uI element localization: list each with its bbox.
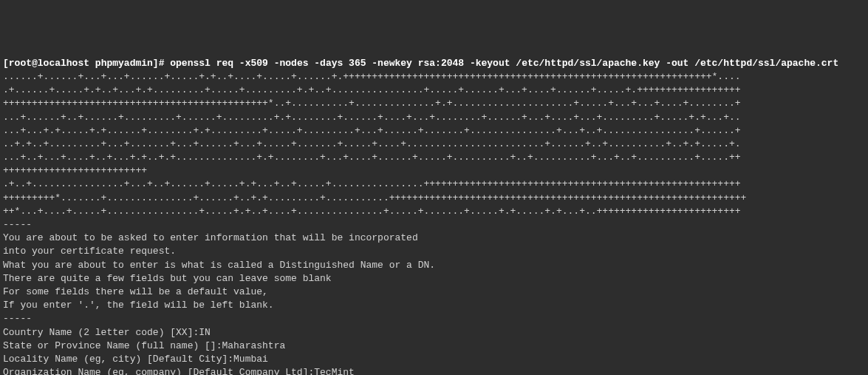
command-line-1: [root@localhost phpmyadmin]# openssl req… <box>3 57 865 70</box>
locality-field[interactable]: Locality Name (eg, city) [Default City]:… <box>3 353 865 366</box>
info-text: For some fields there will be a default … <box>3 286 865 299</box>
keygen-output: .+......+.....+.+..+...+.+.........+....… <box>3 84 865 97</box>
keygen-output: ++*...+....+.....+................+.....… <box>3 205 865 218</box>
keygen-output: ......+......+...+...+......+.....+.+..+… <box>3 70 865 84</box>
keygen-output: ...+......+..+......+.........+......+..… <box>3 111 865 124</box>
prompt-user-host: [root@localhost <box>3 58 95 69</box>
keygen-output: +++++++++++++++++++++++++ <box>3 164 865 178</box>
info-text: There are quite a few fields but you can… <box>3 272 865 286</box>
info-text: You are about to be asked to enter infor… <box>3 232 865 245</box>
separator: ----- <box>3 218 865 232</box>
info-text: What you are about to enter is what is c… <box>3 259 865 272</box>
prompt-bracket: ]# <box>153 58 170 69</box>
country-field[interactable]: Country Name (2 letter code) [XX]:IN <box>3 326 865 339</box>
keygen-output: ++++++++++++++++++++++++++++++++++++++++… <box>3 97 865 110</box>
organization-field[interactable]: Organization Name (eg, company) [Default… <box>3 366 865 375</box>
keygen-output: +++++++++*.......+...............+......… <box>3 192 865 205</box>
prompt-path: phpmyadmin <box>95 58 153 69</box>
state-field[interactable]: State or Province Name (full name) []:Ma… <box>3 339 865 353</box>
separator: ----- <box>3 312 865 325</box>
keygen-output: ..+.+..+.........+...+.......+...+......… <box>3 138 865 151</box>
info-text: into your certificate request. <box>3 245 865 258</box>
keygen-output: .+..+................+...+..+......+....… <box>3 178 865 191</box>
keygen-output: ...+..+...+....+..+...+.+..+.+..........… <box>3 151 865 164</box>
info-text: If you enter '.', the field will be left… <box>3 299 865 312</box>
openssl-command[interactable]: openssl req -x509 -nodes -days 365 -newk… <box>170 58 838 69</box>
keygen-output: ...+...+.+.....+.+......+........+.+....… <box>3 124 865 138</box>
